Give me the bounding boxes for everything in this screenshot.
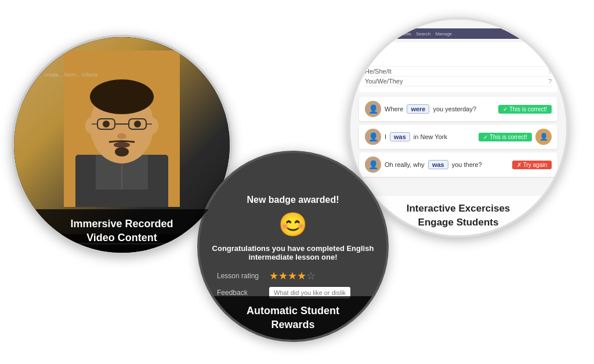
- ex2-before: I: [385, 133, 386, 140]
- pronoun-row-youwe: You/We/They ?: [365, 77, 552, 86]
- exercise-row-1: 👤 Where were you yesterday? ✓ This is co…: [359, 97, 557, 121]
- nav-home[interactable]: Home: [381, 31, 393, 37]
- pronoun-row-i: I ?: [365, 57, 552, 67]
- congrats-text: Congratulations you have completed Engli…: [212, 244, 374, 261]
- svg-point-15: [134, 121, 141, 128]
- rewards-circle-label: Automatic Student Rewards: [200, 296, 386, 340]
- ex3-blank[interactable]: was: [428, 160, 448, 169]
- video-circle: move to... create... hmm... criteria ▶ 0…: [12, 35, 232, 255]
- pronoun-table: You... I ? He/She/It ? You/We/They ?: [359, 42, 557, 92]
- avatar-1: 👤: [365, 101, 381, 117]
- stars-display: ★★★★☆: [269, 270, 316, 282]
- ex1-blank[interactable]: were: [407, 104, 429, 114]
- ex1-status: ✓ This is correct!: [498, 105, 552, 114]
- feedback-label: Feedback: [217, 289, 263, 297]
- browser-bar: Home Profile Search Manage Manage ▼: [359, 28, 557, 39]
- ex1-after: you yesterday?: [433, 105, 476, 112]
- ex3-status: ✗ Try again: [512, 161, 552, 169]
- ex1-before: Where: [385, 105, 403, 112]
- exercise-row-3: 👤 Oh really, why was you there? ✗ Try ag…: [359, 152, 557, 177]
- avatar-3: 👤: [365, 156, 381, 173]
- nav-profile[interactable]: Profile: [398, 31, 411, 37]
- ex3-before: Oh really, why: [385, 161, 425, 168]
- video-subtitle: move to... create... hmm... criteria: [20, 72, 224, 78]
- svg-point-18: [115, 147, 129, 156]
- badge-title: New badge awarded!: [247, 195, 339, 205]
- svg-point-17: [114, 142, 130, 148]
- pronoun-row-hesheit: He/She/It ?: [365, 67, 552, 77]
- exercise-circle: Home Profile Search Manage Manage ▼ You.…: [348, 17, 568, 238]
- badge-icon: 😊: [278, 211, 307, 238]
- svg-point-8: [147, 118, 158, 134]
- dot-green: [374, 32, 378, 35]
- browser-dots: [364, 32, 378, 35]
- ex2-blank[interactable]: was: [390, 132, 410, 141]
- exercise-row-2: 👤 I was in New York ✓ This is correct! 👤: [359, 125, 557, 149]
- avatar-2b: 👤: [535, 129, 552, 145]
- svg-point-7: [85, 118, 97, 134]
- exercise-rows: 👤 Where were you yesterday? ✓ This is co…: [359, 97, 557, 177]
- dot-red: [364, 32, 367, 35]
- browser-nav: Home Profile Search Manage: [381, 31, 452, 37]
- dot-yellow: [369, 32, 372, 35]
- header-title: You...: [365, 48, 552, 54]
- rating-label: Lesson rating: [217, 272, 263, 280]
- nav-search[interactable]: Search: [416, 31, 430, 37]
- svg-point-14: [103, 121, 110, 128]
- ex3-after: you there?: [452, 161, 482, 168]
- nav-manage[interactable]: Manage: [435, 31, 452, 37]
- avatar-2: 👤: [365, 129, 381, 145]
- svg-point-6: [90, 79, 154, 114]
- video-circle-label: Immersive Recorded Video Content: [14, 209, 230, 253]
- browser-user: Manage ▼: [527, 31, 553, 37]
- ex2-status: ✓ This is correct!: [479, 133, 532, 141]
- ex2-after: in New York: [414, 133, 447, 140]
- rating-row: Lesson rating ★★★★☆: [211, 270, 375, 282]
- svg-point-16: [117, 133, 126, 139]
